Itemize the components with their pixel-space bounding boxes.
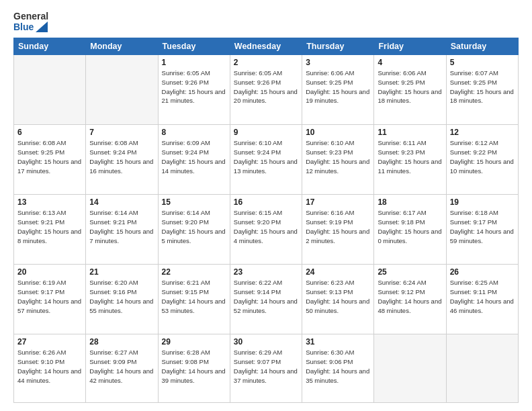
day-info: Sunrise: 6:25 AM Sunset: 9:11 PM Dayligh… (450, 278, 515, 315)
weekday-header-saturday: Saturday (446, 38, 518, 55)
weekday-header-sunday: Sunday (14, 38, 86, 55)
calendar-day-cell: 5Sunrise: 6:07 AM Sunset: 9:25 PM Daylig… (446, 55, 518, 125)
day-info: Sunrise: 6:10 AM Sunset: 9:23 PM Dayligh… (306, 138, 370, 175)
calendar-day-cell: 4Sunrise: 6:06 AM Sunset: 9:25 PM Daylig… (374, 55, 446, 125)
day-info: Sunrise: 6:05 AM Sunset: 9:26 PM Dayligh… (162, 68, 226, 105)
calendar-week-row: 13Sunrise: 6:13 AM Sunset: 9:21 PM Dayli… (14, 195, 519, 265)
calendar-day-cell (446, 334, 518, 403)
day-number: 29 (162, 337, 226, 347)
calendar-day-cell: 10Sunrise: 6:10 AM Sunset: 9:23 PM Dayli… (302, 125, 374, 195)
calendar-day-cell: 25Sunrise: 6:24 AM Sunset: 9:12 PM Dayli… (374, 265, 446, 334)
calendar-day-cell: 3Sunrise: 6:06 AM Sunset: 9:25 PM Daylig… (302, 55, 374, 125)
day-info: Sunrise: 6:18 AM Sunset: 9:17 PM Dayligh… (450, 208, 515, 245)
day-number: 21 (89, 267, 154, 277)
calendar-day-cell: 30Sunrise: 6:29 AM Sunset: 9:07 PM Dayli… (230, 334, 302, 403)
day-number: 17 (306, 197, 370, 207)
day-number: 11 (378, 128, 442, 137)
day-info: Sunrise: 6:27 AM Sunset: 9:09 PM Dayligh… (89, 348, 154, 385)
day-info: Sunrise: 6:11 AM Sunset: 9:23 PM Dayligh… (378, 138, 442, 175)
calendar-day-cell: 29Sunrise: 6:28 AM Sunset: 9:08 PM Dayli… (158, 334, 230, 403)
calendar-day-cell: 11Sunrise: 6:11 AM Sunset: 9:23 PM Dayli… (374, 125, 446, 195)
day-info: Sunrise: 6:08 AM Sunset: 9:24 PM Dayligh… (89, 138, 154, 175)
day-info: Sunrise: 6:14 AM Sunset: 9:20 PM Dayligh… (162, 208, 226, 245)
logo: General Blue (13, 11, 48, 32)
calendar-day-cell: 20Sunrise: 6:19 AM Sunset: 9:17 PM Dayli… (14, 265, 86, 334)
day-number: 31 (306, 337, 370, 347)
calendar-day-cell: 14Sunrise: 6:14 AM Sunset: 9:21 PM Dayli… (86, 195, 158, 265)
weekday-header-tuesday: Tuesday (158, 38, 230, 55)
calendar-week-row: 1Sunrise: 6:05 AM Sunset: 9:26 PM Daylig… (14, 55, 519, 125)
calendar-day-cell: 13Sunrise: 6:13 AM Sunset: 9:21 PM Dayli… (14, 195, 86, 265)
weekday-header-row: SundayMondayTuesdayWednesdayThursdayFrid… (14, 38, 519, 55)
calendar-day-cell: 26Sunrise: 6:25 AM Sunset: 9:11 PM Dayli… (446, 265, 518, 334)
calendar-week-row: 6Sunrise: 6:08 AM Sunset: 9:25 PM Daylig… (14, 125, 519, 195)
calendar-day-cell: 7Sunrise: 6:08 AM Sunset: 9:24 PM Daylig… (86, 125, 158, 195)
weekday-header-wednesday: Wednesday (230, 38, 302, 55)
day-number: 13 (17, 197, 82, 207)
day-number: 15 (162, 197, 226, 207)
day-number: 2 (234, 58, 298, 67)
header: General Blue (13, 11, 519, 32)
day-info: Sunrise: 6:17 AM Sunset: 9:18 PM Dayligh… (378, 208, 442, 245)
day-info: Sunrise: 6:29 AM Sunset: 9:07 PM Dayligh… (234, 348, 298, 385)
day-number: 4 (378, 58, 442, 67)
calendar-day-cell: 17Sunrise: 6:16 AM Sunset: 9:19 PM Dayli… (302, 195, 374, 265)
day-number: 27 (17, 337, 82, 347)
day-number: 26 (450, 267, 515, 277)
calendar-day-cell: 18Sunrise: 6:17 AM Sunset: 9:18 PM Dayli… (374, 195, 446, 265)
day-info: Sunrise: 6:12 AM Sunset: 9:22 PM Dayligh… (450, 138, 515, 175)
day-number: 5 (450, 58, 515, 67)
weekday-header-monday: Monday (86, 38, 158, 55)
calendar-day-cell: 28Sunrise: 6:27 AM Sunset: 9:09 PM Dayli… (86, 334, 158, 403)
day-number: 12 (450, 128, 515, 137)
day-number: 6 (17, 128, 82, 137)
day-number: 19 (450, 197, 515, 207)
calendar-day-cell: 27Sunrise: 6:26 AM Sunset: 9:10 PM Dayli… (14, 334, 86, 403)
calendar-day-cell: 12Sunrise: 6:12 AM Sunset: 9:22 PM Dayli… (446, 125, 518, 195)
day-info: Sunrise: 6:19 AM Sunset: 9:17 PM Dayligh… (17, 278, 82, 315)
calendar-day-cell (374, 334, 446, 403)
day-number: 18 (378, 197, 442, 207)
day-info: Sunrise: 6:30 AM Sunset: 9:06 PM Dayligh… (306, 348, 370, 385)
day-info: Sunrise: 6:21 AM Sunset: 9:15 PM Dayligh… (162, 278, 226, 315)
day-info: Sunrise: 6:06 AM Sunset: 9:25 PM Dayligh… (306, 68, 370, 105)
day-number: 28 (89, 337, 154, 347)
day-number: 14 (89, 197, 154, 207)
day-info: Sunrise: 6:15 AM Sunset: 9:20 PM Dayligh… (234, 208, 298, 245)
day-number: 8 (162, 128, 226, 137)
calendar-day-cell (86, 55, 158, 125)
day-number: 16 (234, 197, 298, 207)
calendar-day-cell: 19Sunrise: 6:18 AM Sunset: 9:17 PM Dayli… (446, 195, 518, 265)
logo-triangle-icon (36, 21, 48, 32)
calendar-day-cell: 9Sunrise: 6:10 AM Sunset: 9:24 PM Daylig… (230, 125, 302, 195)
calendar-day-cell: 22Sunrise: 6:21 AM Sunset: 9:15 PM Dayli… (158, 265, 230, 334)
day-info: Sunrise: 6:08 AM Sunset: 9:25 PM Dayligh… (17, 138, 82, 175)
calendar-week-row: 27Sunrise: 6:26 AM Sunset: 9:10 PM Dayli… (14, 334, 519, 403)
weekday-header-friday: Friday (374, 38, 446, 55)
day-info: Sunrise: 6:07 AM Sunset: 9:25 PM Dayligh… (450, 68, 515, 105)
calendar-day-cell: 23Sunrise: 6:22 AM Sunset: 9:14 PM Dayli… (230, 265, 302, 334)
calendar-day-cell: 1Sunrise: 6:05 AM Sunset: 9:26 PM Daylig… (158, 55, 230, 125)
day-info: Sunrise: 6:26 AM Sunset: 9:10 PM Dayligh… (17, 348, 82, 385)
calendar-day-cell (14, 55, 86, 125)
day-number: 1 (162, 58, 226, 67)
day-number: 9 (234, 128, 298, 137)
day-info: Sunrise: 6:09 AM Sunset: 9:24 PM Dayligh… (162, 138, 226, 175)
logo-general: General (13, 11, 48, 21)
day-number: 20 (17, 267, 82, 277)
day-number: 24 (306, 267, 370, 277)
day-info: Sunrise: 6:22 AM Sunset: 9:14 PM Dayligh… (234, 278, 298, 315)
day-info: Sunrise: 6:28 AM Sunset: 9:08 PM Dayligh… (162, 348, 226, 385)
calendar-day-cell: 21Sunrise: 6:20 AM Sunset: 9:16 PM Dayli… (86, 265, 158, 334)
calendar-day-cell: 2Sunrise: 6:05 AM Sunset: 9:26 PM Daylig… (230, 55, 302, 125)
day-number: 23 (234, 267, 298, 277)
logo-blue: Blue (13, 21, 48, 32)
weekday-header-thursday: Thursday (302, 38, 374, 55)
day-info: Sunrise: 6:24 AM Sunset: 9:12 PM Dayligh… (378, 278, 442, 315)
day-info: Sunrise: 6:13 AM Sunset: 9:21 PM Dayligh… (17, 208, 82, 245)
day-number: 22 (162, 267, 226, 277)
calendar-day-cell: 24Sunrise: 6:23 AM Sunset: 9:13 PM Dayli… (302, 265, 374, 334)
calendar-day-cell: 31Sunrise: 6:30 AM Sunset: 9:06 PM Dayli… (302, 334, 374, 403)
calendar-table: SundayMondayTuesdayWednesdayThursdayFrid… (13, 38, 519, 403)
day-number: 30 (234, 337, 298, 347)
